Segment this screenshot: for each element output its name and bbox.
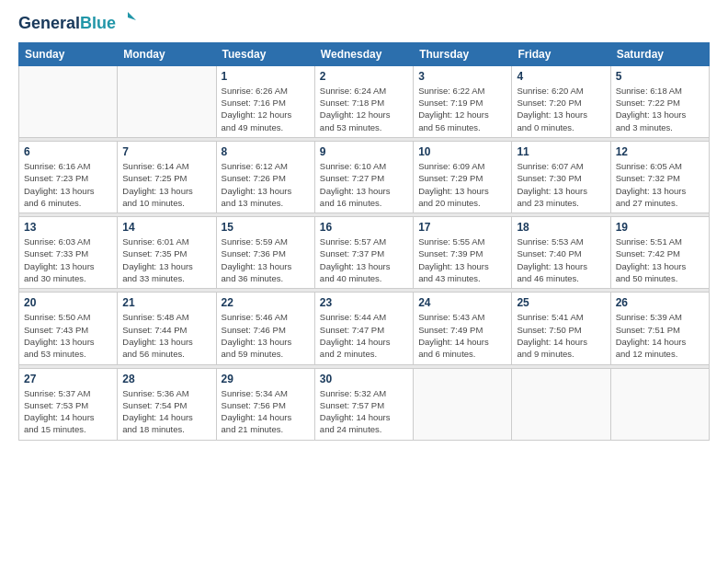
day-info: Sunrise: 5:55 AM Sunset: 7:39 PM Dayligh… [418, 236, 506, 284]
calendar-cell: 19Sunrise: 5:51 AM Sunset: 7:42 PM Dayli… [610, 217, 709, 289]
calendar-cell: 24Sunrise: 5:43 AM Sunset: 7:49 PM Dayli… [414, 293, 512, 364]
day-number: 4 [517, 70, 605, 83]
day-number: 9 [320, 145, 408, 158]
day-number: 8 [222, 145, 310, 158]
day-info: Sunrise: 5:37 AM Sunset: 7:53 PM Dayligh… [24, 387, 112, 436]
day-info: Sunrise: 6:16 AM Sunset: 7:23 PM Dayligh… [24, 160, 112, 209]
day-number: 22 [222, 296, 310, 309]
weekday-header-saturday: Saturday [610, 42, 709, 65]
calendar-week-2: 6Sunrise: 6:16 AM Sunset: 7:23 PM Daylig… [19, 141, 710, 213]
calendar-cell: 27Sunrise: 5:37 AM Sunset: 7:53 PM Dayli… [19, 368, 118, 440]
day-info: Sunrise: 6:03 AM Sunset: 7:33 PM Dayligh… [24, 236, 112, 284]
day-number: 20 [24, 296, 112, 309]
calendar-cell: 6Sunrise: 6:16 AM Sunset: 7:23 PM Daylig… [19, 141, 118, 213]
day-info: Sunrise: 5:46 AM Sunset: 7:46 PM Dayligh… [222, 311, 310, 360]
logo: GeneralBlue [18, 15, 138, 33]
calendar-cell: 3Sunrise: 6:22 AM Sunset: 7:19 PM Daylig… [414, 65, 512, 137]
page-container: GeneralBlue SundayMondayTuesdayWednesday… [0, 0, 728, 455]
day-info: Sunrise: 5:50 AM Sunset: 7:43 PM Dayligh… [24, 311, 112, 360]
day-number: 23 [320, 296, 408, 309]
day-info: Sunrise: 6:07 AM Sunset: 7:30 PM Dayligh… [517, 160, 605, 209]
day-info: Sunrise: 6:26 AM Sunset: 7:16 PM Dayligh… [222, 85, 310, 133]
calendar-cell: 12Sunrise: 6:05 AM Sunset: 7:32 PM Dayli… [610, 141, 709, 213]
weekday-header-thursday: Thursday [414, 42, 512, 65]
day-info: Sunrise: 6:14 AM Sunset: 7:25 PM Dayligh… [122, 160, 210, 209]
calendar-cell: 26Sunrise: 5:39 AM Sunset: 7:51 PM Dayli… [610, 293, 709, 364]
calendar-cell: 4Sunrise: 6:20 AM Sunset: 7:20 PM Daylig… [512, 65, 610, 137]
calendar-cell: 14Sunrise: 6:01 AM Sunset: 7:35 PM Dayli… [118, 217, 216, 289]
day-info: Sunrise: 5:34 AM Sunset: 7:56 PM Dayligh… [222, 387, 310, 436]
calendar-week-5: 27Sunrise: 5:37 AM Sunset: 7:53 PM Dayli… [19, 368, 710, 440]
calendar-cell: 15Sunrise: 5:59 AM Sunset: 7:36 PM Dayli… [216, 217, 314, 289]
day-number: 28 [122, 373, 210, 385]
day-number: 25 [517, 296, 605, 309]
day-info: Sunrise: 5:36 AM Sunset: 7:54 PM Dayligh… [122, 387, 210, 436]
calendar-week-3: 13Sunrise: 6:03 AM Sunset: 7:33 PM Dayli… [19, 217, 710, 289]
day-info: Sunrise: 6:09 AM Sunset: 7:29 PM Dayligh… [418, 160, 506, 209]
calendar-cell: 1Sunrise: 6:26 AM Sunset: 7:16 PM Daylig… [216, 65, 314, 137]
day-info: Sunrise: 5:43 AM Sunset: 7:49 PM Dayligh… [418, 311, 506, 360]
calendar-cell: 9Sunrise: 6:10 AM Sunset: 7:27 PM Daylig… [314, 141, 413, 213]
calendar-table: SundayMondayTuesdayWednesdayThursdayFrid… [18, 42, 710, 441]
day-number: 18 [517, 221, 605, 234]
page-header: GeneralBlue [18, 15, 710, 33]
weekday-header-sunday: Sunday [19, 42, 118, 65]
day-number: 16 [320, 221, 408, 234]
day-number: 5 [616, 70, 704, 83]
calendar-week-1: 1Sunrise: 6:26 AM Sunset: 7:16 PM Daylig… [19, 65, 710, 137]
weekday-header-friday: Friday [512, 42, 610, 65]
day-number: 12 [616, 145, 704, 158]
day-info: Sunrise: 5:59 AM Sunset: 7:36 PM Dayligh… [222, 236, 310, 284]
calendar-cell: 8Sunrise: 6:12 AM Sunset: 7:26 PM Daylig… [216, 141, 314, 213]
calendar-cell: 13Sunrise: 6:03 AM Sunset: 7:33 PM Dayli… [19, 217, 118, 289]
day-number: 7 [122, 145, 210, 158]
day-number: 19 [616, 221, 704, 234]
calendar-cell: 20Sunrise: 5:50 AM Sunset: 7:43 PM Dayli… [19, 293, 118, 364]
calendar-cell: 5Sunrise: 6:18 AM Sunset: 7:22 PM Daylig… [610, 65, 709, 137]
calendar-cell: 18Sunrise: 5:53 AM Sunset: 7:40 PM Dayli… [512, 217, 610, 289]
calendar-cell [512, 368, 610, 440]
weekday-header-wednesday: Wednesday [314, 42, 413, 65]
day-number: 27 [24, 373, 112, 385]
calendar-cell: 2Sunrise: 6:24 AM Sunset: 7:18 PM Daylig… [314, 65, 413, 137]
day-number: 10 [418, 145, 506, 158]
day-number: 29 [222, 373, 310, 385]
calendar-cell: 23Sunrise: 5:44 AM Sunset: 7:47 PM Dayli… [314, 293, 413, 364]
day-number: 11 [517, 145, 605, 158]
day-number: 14 [122, 221, 210, 234]
weekday-header-row: SundayMondayTuesdayWednesdayThursdayFrid… [19, 42, 710, 65]
day-info: Sunrise: 6:20 AM Sunset: 7:20 PM Dayligh… [517, 85, 605, 133]
day-info: Sunrise: 5:39 AM Sunset: 7:51 PM Dayligh… [616, 311, 704, 360]
day-info: Sunrise: 5:57 AM Sunset: 7:37 PM Dayligh… [320, 236, 408, 284]
calendar-cell: 16Sunrise: 5:57 AM Sunset: 7:37 PM Dayli… [314, 217, 413, 289]
day-number: 30 [320, 373, 408, 385]
weekday-header-monday: Monday [118, 42, 216, 65]
calendar-cell: 25Sunrise: 5:41 AM Sunset: 7:50 PM Dayli… [512, 293, 610, 364]
day-info: Sunrise: 6:10 AM Sunset: 7:27 PM Dayligh… [320, 160, 408, 209]
calendar-cell: 29Sunrise: 5:34 AM Sunset: 7:56 PM Dayli… [216, 368, 314, 440]
day-number: 21 [122, 296, 210, 309]
day-info: Sunrise: 5:51 AM Sunset: 7:42 PM Dayligh… [616, 236, 704, 284]
calendar-cell [118, 65, 216, 137]
calendar-cell: 7Sunrise: 6:14 AM Sunset: 7:25 PM Daylig… [118, 141, 216, 213]
calendar-week-4: 20Sunrise: 5:50 AM Sunset: 7:43 PM Dayli… [19, 293, 710, 364]
calendar-cell: 30Sunrise: 5:32 AM Sunset: 7:57 PM Dayli… [314, 368, 413, 440]
day-info: Sunrise: 6:12 AM Sunset: 7:26 PM Dayligh… [222, 160, 310, 209]
day-info: Sunrise: 5:41 AM Sunset: 7:50 PM Dayligh… [517, 311, 605, 360]
calendar-cell: 21Sunrise: 5:48 AM Sunset: 7:44 PM Dayli… [118, 293, 216, 364]
day-info: Sunrise: 5:32 AM Sunset: 7:57 PM Dayligh… [320, 387, 408, 436]
calendar-cell: 17Sunrise: 5:55 AM Sunset: 7:39 PM Dayli… [414, 217, 512, 289]
day-info: Sunrise: 5:48 AM Sunset: 7:44 PM Dayligh… [122, 311, 210, 360]
calendar-cell: 10Sunrise: 6:09 AM Sunset: 7:29 PM Dayli… [414, 141, 512, 213]
calendar-cell [414, 368, 512, 440]
calendar-cell [19, 65, 118, 137]
day-info: Sunrise: 6:01 AM Sunset: 7:35 PM Dayligh… [122, 236, 210, 284]
day-number: 13 [24, 221, 112, 234]
day-number: 17 [418, 221, 506, 234]
day-number: 26 [616, 296, 704, 309]
day-number: 24 [418, 296, 506, 309]
day-info: Sunrise: 5:44 AM Sunset: 7:47 PM Dayligh… [320, 311, 408, 360]
calendar-cell [610, 368, 709, 440]
logo-icon [118, 10, 138, 30]
day-info: Sunrise: 5:53 AM Sunset: 7:40 PM Dayligh… [517, 236, 605, 284]
